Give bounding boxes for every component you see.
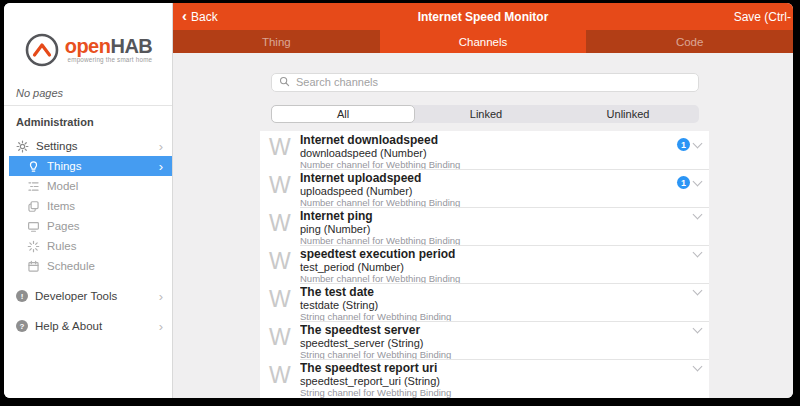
filter-unlinked[interactable]: Unlinked [557, 105, 699, 123]
filter-linked[interactable]: Linked [415, 105, 557, 123]
channel-id: downloadspeed (Number) [300, 147, 709, 159]
administration-section-label: Administration [4, 106, 172, 136]
channel-title: The speedtest report uri [300, 359, 709, 375]
channel-row-downloadspeed[interactable]: W Internet downloadspeed downloadspeed (… [260, 131, 709, 169]
chevron-right-icon: › [159, 320, 163, 333]
chevron-right-icon: › [159, 290, 163, 303]
linked-count-badge: 1 [677, 176, 690, 189]
calendar-icon [27, 260, 40, 273]
channels-content: All Linked Unlinked W Internet downloads… [173, 53, 793, 398]
sidebar-item-label: Developer Tools [35, 290, 117, 302]
channel-row-test-period[interactable]: W speedtest execution period test_period… [260, 245, 709, 283]
chevron-right-icon: › [159, 160, 163, 173]
openhab-logo-icon [24, 32, 60, 68]
webthing-channel-icon: W [269, 250, 291, 273]
sidebar-item-model[interactable]: Model [4, 176, 172, 196]
rules-sparkle-icon [27, 240, 40, 253]
channel-title: Internet ping [300, 207, 709, 223]
copy-icon [27, 200, 40, 213]
page-title: Internet Speed Monitor [173, 10, 793, 24]
sidebar-item-label: Rules [47, 240, 76, 252]
sidebar-item-rules[interactable]: Rules [4, 236, 172, 256]
brand-open: open [65, 35, 111, 57]
channel-id: ping (Number) [300, 223, 709, 235]
help-circle-icon: ? [16, 320, 28, 332]
linked-count-badge: 1 [677, 138, 690, 151]
chevron-down-icon[interactable] [693, 138, 703, 148]
filter-segmented-control: All Linked Unlinked [271, 105, 699, 123]
openhab-logo: openHAB empowering the smart home [4, 27, 172, 73]
search-icon [279, 76, 290, 87]
sidebar-item-label: Settings [36, 140, 78, 152]
search-input[interactable] [271, 73, 699, 92]
sidebar-item-label: Items [47, 200, 75, 212]
tab-bar: Thing Channels Code [173, 30, 793, 53]
app-window: openHAB empowering the smart home No pag… [4, 3, 793, 398]
back-button[interactable]: ‹ Back [173, 10, 218, 24]
filter-all[interactable]: All [271, 105, 415, 123]
top-navbar: ‹ Back Internet Speed Monitor Save (Ctrl… [173, 3, 793, 30]
sidebar-item-pages[interactable]: Pages [4, 216, 172, 236]
chevron-right-icon: › [159, 140, 163, 153]
channel-row-speedtest-report-uri[interactable]: W The speedtest report uri speedtest_rep… [260, 359, 709, 397]
channel-title: Internet uploadspeed [300, 169, 709, 185]
sidebar-item-schedule[interactable]: Schedule [4, 256, 172, 276]
bulb-icon [27, 160, 40, 173]
tab-thing[interactable]: Thing [173, 30, 380, 53]
sidebar-item-label: Things [47, 160, 82, 172]
chevron-left-icon: ‹ [182, 8, 187, 23]
channel-row-testdate[interactable]: W The test date testdate (String) String… [260, 283, 709, 321]
sidebar-item-settings[interactable]: Settings › [4, 136, 172, 156]
webthing-channel-icon: W [269, 364, 291, 387]
channel-list: W Internet downloadspeed downloadspeed (… [260, 131, 709, 398]
channel-id: speedtest_server (String) [300, 337, 709, 349]
sidebar: openHAB empowering the smart home No pag… [4, 3, 173, 398]
webthing-channel-icon: W [269, 136, 291, 159]
sidebar-item-label: Pages [47, 220, 80, 232]
sidebar-item-developer-tools[interactable]: ! Developer Tools › [4, 286, 172, 306]
menu-gap [4, 276, 172, 286]
sidebar-menu: Settings › Things › Model [4, 136, 172, 336]
channel-id: speedtest_report_uri (String) [300, 375, 709, 387]
no-pages-label: No pages [4, 73, 172, 105]
tab-channels[interactable]: Channels [380, 30, 587, 53]
channel-title: The speedtest server [300, 321, 709, 337]
monitor-icon [27, 220, 40, 233]
webthing-channel-icon: W [269, 326, 291, 349]
webthing-channel-icon: W [269, 174, 291, 197]
brand-tagline: empowering the smart home [65, 57, 153, 63]
channel-row-speedtest-server[interactable]: W The speedtest server speedtest_server … [260, 321, 709, 359]
webthing-channel-icon: W [269, 288, 291, 311]
main-panel: ‹ Back Internet Speed Monitor Save (Ctrl… [173, 3, 793, 398]
sidebar-item-label: Help & About [35, 320, 102, 332]
menu-gap [4, 306, 172, 316]
brand-hab: HAB [110, 35, 152, 57]
channel-id: test_period (Number) [300, 261, 709, 273]
channel-title: The test date [300, 283, 709, 299]
alert-circle-icon: ! [16, 290, 28, 302]
model-tree-icon [27, 180, 40, 193]
chevron-down-icon[interactable] [693, 176, 703, 186]
search-bar [271, 72, 699, 91]
webthing-channel-icon: W [269, 212, 291, 235]
sidebar-item-help-about[interactable]: ? Help & About › [4, 316, 172, 336]
save-button[interactable]: Save (Ctrl- [734, 10, 793, 24]
channel-description: String channel for Webthing Binding [300, 387, 709, 398]
channel-row-uploadspeed[interactable]: W Internet uploadspeed uploadspeed (Numb… [260, 169, 709, 207]
sidebar-item-things[interactable]: Things › [9, 156, 172, 176]
sidebar-item-label: Model [47, 180, 78, 192]
channel-id: testdate (String) [300, 299, 709, 311]
channel-title: Internet downloadspeed [300, 131, 709, 147]
back-label: Back [191, 10, 218, 24]
sidebar-item-label: Schedule [47, 260, 95, 272]
sidebar-item-items[interactable]: Items [4, 196, 172, 216]
gear-icon [16, 140, 29, 153]
channel-row-ping[interactable]: W Internet ping ping (Number) Number cha… [260, 207, 709, 245]
tab-code[interactable]: Code [586, 30, 793, 53]
channel-title: speedtest execution period [300, 245, 709, 261]
channel-id: uploadspeed (Number) [300, 185, 709, 197]
brand-name: openHAB [65, 36, 153, 56]
